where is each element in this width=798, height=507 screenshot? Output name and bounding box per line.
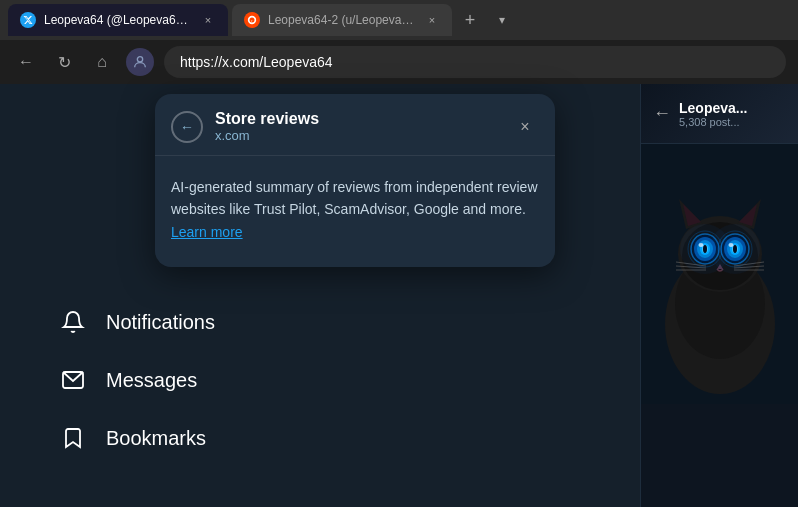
nav-item-messages[interactable]: Messages <box>60 351 580 409</box>
nav-item-bookmarks[interactable]: Bookmarks <box>60 409 580 467</box>
popup-header: ← Store reviews x.com × <box>155 94 555 156</box>
popup-subtitle: x.com <box>215 128 499 143</box>
popup-body: AI-generated summary of reviews from ind… <box>155 156 555 267</box>
new-tab-button[interactable]: + <box>456 6 484 34</box>
home-button[interactable]: ⌂ <box>88 48 116 76</box>
tab-menu-button[interactable]: ▾ <box>488 6 516 34</box>
tab-twitter-close[interactable]: × <box>200 12 216 28</box>
popup-close-button[interactable]: × <box>511 113 539 141</box>
messages-label: Messages <box>106 369 197 392</box>
bell-icon <box>60 309 86 335</box>
bookmarks-label: Bookmarks <box>106 427 206 450</box>
profile-name: Leopeva... <box>679 100 786 116</box>
tab-bar: Leopeva64 (@Leopeva64) / Twi... × r Leop… <box>0 0 798 40</box>
profile-name-area: Leopeva... 5,308 post... <box>679 100 786 128</box>
twitter-favicon <box>20 12 36 28</box>
profile-posts: 5,308 post... <box>679 116 786 128</box>
reload-button[interactable]: ↻ <box>50 48 78 76</box>
right-panel: ← Leopeva... 5,308 post... <box>640 84 798 507</box>
tab-twitter[interactable]: Leopeva64 (@Leopeva64) / Twi... × <box>8 4 228 36</box>
tab-twitter-title: Leopeva64 (@Leopeva64) / Twi... <box>44 13 192 27</box>
nav-item-notifications[interactable]: Notifications <box>60 293 580 351</box>
popup-title: Store reviews <box>215 110 499 128</box>
tab-reddit-close[interactable]: × <box>424 12 440 28</box>
store-reviews-popup: ← Store reviews x.com × AI-generated sum… <box>155 94 555 267</box>
popup-description: AI-generated summary of reviews from ind… <box>171 176 539 243</box>
reddit-favicon: r <box>244 12 260 28</box>
tab-reddit[interactable]: r Leopeva64-2 (u/Leopeva64-2) - × <box>232 4 452 36</box>
learn-more-link[interactable]: Learn more <box>171 224 243 240</box>
cat-image <box>641 144 798 404</box>
browser-chrome: Leopeva64 (@Leopeva64) / Twi... × r Leop… <box>0 0 798 84</box>
popup-title-area: Store reviews x.com <box>215 110 499 143</box>
address-bar: ← ↻ ⌂ <box>0 40 798 84</box>
popup-back-button[interactable]: ← <box>171 111 203 143</box>
profile-header: ← Leopeva... 5,308 post... <box>641 84 798 144</box>
tab-reddit-title: Leopeva64-2 (u/Leopeva64-2) - <box>268 13 416 27</box>
svg-point-3 <box>137 57 142 62</box>
main-content: ← Store reviews x.com × AI-generated sum… <box>0 84 798 507</box>
address-input[interactable] <box>164 46 786 78</box>
profile-back-button[interactable]: ← <box>653 103 671 124</box>
notifications-label: Notifications <box>106 311 215 334</box>
twitter-sidebar: ← Store reviews x.com × AI-generated sum… <box>0 84 640 507</box>
cat-svg <box>641 144 798 404</box>
bookmark-icon <box>60 425 86 451</box>
back-button[interactable]: ← <box>12 48 40 76</box>
profile-icon[interactable] <box>126 48 154 76</box>
svg-point-40 <box>710 224 760 274</box>
mail-icon <box>60 367 86 393</box>
nav-items: Notifications Messages Bookmarks <box>0 293 640 467</box>
